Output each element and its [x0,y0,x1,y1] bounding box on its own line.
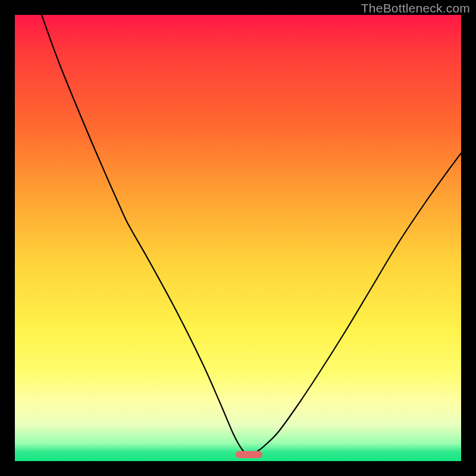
curve-svg [15,15,461,461]
minimum-marker [236,451,262,458]
chart-frame: TheBottleneck.com [0,0,476,476]
plot-area [15,15,461,461]
watermark-text: TheBottleneck.com [361,1,470,15]
bottleneck-curve [42,15,461,455]
